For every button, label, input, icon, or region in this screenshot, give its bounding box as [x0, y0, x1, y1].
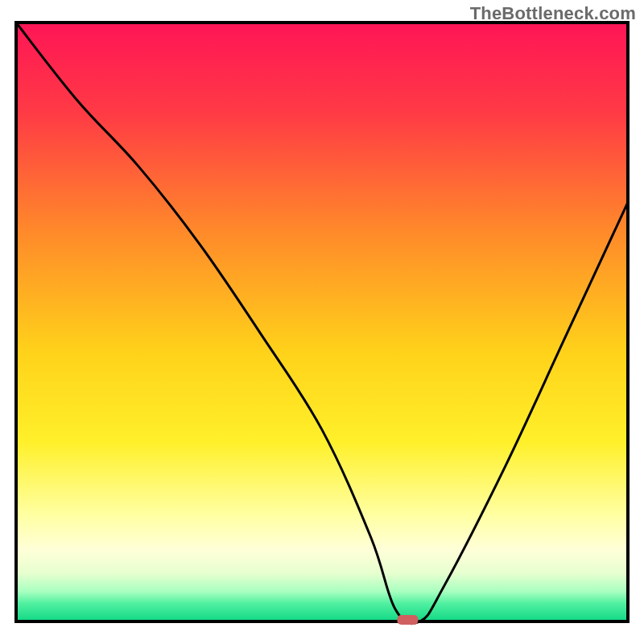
chart-svg [0, 0, 644, 644]
bottleneck-chart: TheBottleneck.com [0, 0, 644, 644]
watermark-text: TheBottleneck.com [470, 3, 636, 24]
optimal-marker [397, 615, 418, 625]
plot-background [16, 23, 628, 621]
